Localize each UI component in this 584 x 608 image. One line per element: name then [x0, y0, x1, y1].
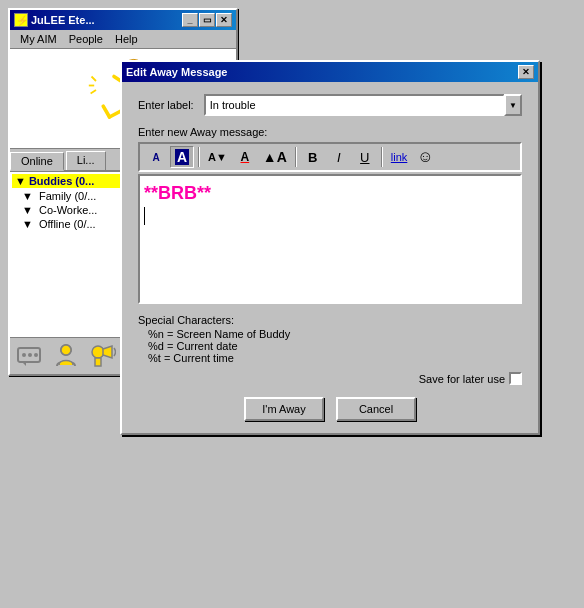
link-icon: link: [391, 151, 408, 163]
cancel-button[interactable]: Cancel: [336, 397, 416, 421]
tab-list[interactable]: Li...: [66, 151, 106, 170]
aim-titlebar: ⚡ JuLEE Ete... _ ▭ ✕: [10, 10, 236, 30]
svg-line-7: [103, 106, 109, 117]
svg-point-19: [61, 345, 71, 355]
group-arrow-coworkers: ▼: [22, 204, 36, 216]
save-later-label: Save for later use: [419, 372, 522, 385]
font-size-up-button[interactable]: ▲A: [259, 146, 291, 168]
titlebar-buttons: _ ▭ ✕: [182, 13, 232, 27]
edit-away-message-dialog: Edit Away Message ✕ Enter label: In trou…: [120, 60, 540, 435]
save-later-checkbox[interactable]: [509, 372, 522, 385]
special-char-line-1: %n = Screen Name of Buddy: [138, 328, 522, 340]
special-char-line-3: %t = Current time: [138, 352, 522, 364]
underline-icon: U: [360, 150, 369, 165]
menu-people[interactable]: People: [63, 32, 109, 46]
svg-point-16: [34, 353, 38, 357]
group-arrow-offline: ▼: [22, 218, 36, 230]
italic-button[interactable]: I: [327, 146, 351, 168]
menu-help[interactable]: Help: [109, 32, 144, 46]
dropdown-arrow-button[interactable]: ▼: [504, 94, 522, 116]
restore-button[interactable]: ▭: [199, 13, 215, 27]
special-char-line-2: %d = Current date: [138, 340, 522, 352]
dialog-buttons-row: I'm Away Cancel: [138, 397, 522, 421]
enter-message-label: Enter new Away message:: [138, 126, 522, 138]
message-content-text: **BRB**: [144, 183, 211, 203]
aim-title-icon: ⚡: [14, 13, 28, 27]
close-button[interactable]: ✕: [216, 13, 232, 27]
buddy-icon[interactable]: [52, 342, 80, 370]
label-dropdown[interactable]: In trouble: [204, 94, 505, 116]
font-size-down-button[interactable]: A▼: [204, 146, 231, 168]
link-button[interactable]: link: [387, 146, 412, 168]
special-chars-section: Special Characters: %n = Screen Name of …: [138, 314, 522, 364]
minimize-button[interactable]: _: [182, 13, 198, 27]
formatting-toolbar: A A A▼ A ▲A B: [138, 142, 522, 172]
group-label-coworkers: Co-Worke...: [39, 204, 97, 216]
bold-icon: B: [308, 150, 317, 165]
dialog-close-button[interactable]: ✕: [518, 65, 534, 79]
label-dropdown-wrapper: In trouble ▼: [204, 94, 522, 116]
message-area[interactable]: **BRB**: [138, 174, 522, 304]
font-large-button[interactable]: A: [170, 146, 194, 168]
smiley-icon: ☺: [417, 148, 433, 166]
dialog-content: Enter label: In trouble ▼ Enter new Away…: [122, 82, 538, 433]
svg-point-15: [28, 353, 32, 357]
announce-icon[interactable]: [88, 342, 116, 370]
svg-rect-21: [95, 358, 101, 366]
font-small-button[interactable]: A: [144, 146, 168, 168]
special-chars-title: Special Characters:: [138, 314, 522, 326]
menu-bar: My AIM People Help: [10, 30, 236, 49]
underline-button[interactable]: U: [353, 146, 377, 168]
svg-point-20: [92, 346, 104, 358]
save-row: Save for later use: [138, 372, 522, 385]
dialog-title-text: Edit Away Message: [126, 66, 228, 78]
enter-label-row: Enter label: In trouble ▼: [138, 94, 522, 116]
menu-my-aim[interactable]: My AIM: [14, 32, 63, 46]
toolbar-sep-1: [198, 147, 200, 167]
group-label-family: Family (0/...: [39, 190, 96, 202]
font-size-down-icon: A▼: [208, 151, 227, 163]
svg-text:⚡: ⚡: [16, 14, 27, 26]
font-color-button[interactable]: A: [233, 146, 257, 168]
dialog-titlebar: Edit Away Message ✕: [122, 62, 538, 82]
svg-point-14: [22, 353, 26, 357]
group-label-buddies: Buddies (0...: [29, 175, 94, 187]
enter-message-text: Enter new Away message:: [138, 126, 267, 138]
tab-online[interactable]: Online: [10, 152, 64, 171]
toolbar-sep-3: [381, 147, 383, 167]
enter-label-text: Enter label:: [138, 99, 194, 111]
font-large-icon: A: [175, 149, 189, 165]
text-cursor: [144, 207, 516, 225]
smiley-button[interactable]: ☺: [413, 146, 437, 168]
toolbar-sep-2: [295, 147, 297, 167]
svg-line-12: [91, 90, 96, 94]
svg-line-10: [92, 76, 97, 81]
im-away-button[interactable]: I'm Away: [244, 397, 324, 421]
italic-icon: I: [337, 150, 341, 165]
group-label-offline: Offline (0/...: [39, 218, 96, 230]
bold-button[interactable]: B: [301, 146, 325, 168]
group-arrow-family: ▼: [22, 190, 36, 202]
group-arrow-buddies: ▼: [15, 175, 26, 187]
font-small-icon: A: [152, 152, 159, 163]
font-color-icon: A: [241, 150, 250, 164]
chat-icon[interactable]: [16, 342, 44, 370]
font-size-up-icon: ▲A: [263, 149, 287, 165]
titlebar-left: ⚡ JuLEE Ete...: [14, 13, 95, 27]
aim-title-text: JuLEE Ete...: [31, 14, 95, 26]
save-later-text: Save for later use: [419, 373, 505, 385]
